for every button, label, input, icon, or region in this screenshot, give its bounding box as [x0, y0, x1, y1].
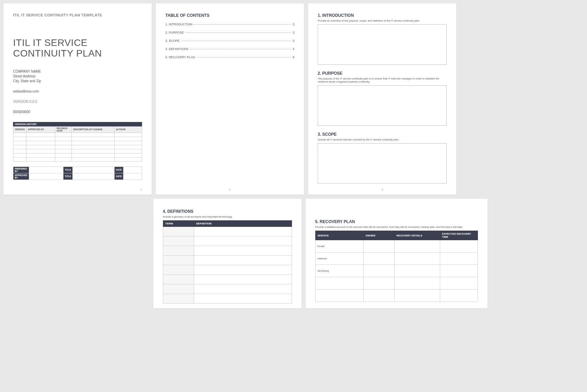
def-cell[interactable]: [194, 294, 292, 304]
term-cell[interactable]: [163, 256, 194, 265]
section-title-definitions: 4. DEFINITIONS: [163, 209, 292, 214]
table-row: [163, 284, 292, 294]
toc-item-page: 3: [293, 31, 294, 34]
table-row: [163, 246, 292, 256]
term-cell[interactable]: [163, 227, 194, 236]
appr-by-val[interactable]: [29, 173, 63, 180]
owner-cell[interactable]: [363, 277, 394, 290]
def-cell[interactable]: [194, 284, 292, 294]
section-desc-intro: Provide an overview of the purpose, scop…: [318, 19, 447, 22]
dots: [196, 57, 291, 58]
scope-input[interactable]: [318, 143, 447, 184]
appr-by-label: APPROVED BY: [13, 173, 29, 180]
details-cell[interactable]: [394, 240, 440, 253]
prep-by-val[interactable]: [29, 167, 63, 173]
service-cell[interactable]: Archiving: [315, 265, 363, 277]
def-cell[interactable]: [194, 265, 292, 275]
term-cell[interactable]: [163, 275, 194, 284]
section-title-recovery: 5. RECOVERY PLAN: [315, 219, 478, 224]
time-cell[interactable]: [440, 240, 478, 253]
owner-cell[interactable]: [363, 290, 394, 302]
toc-row: 2. PURPOSE3: [165, 31, 294, 34]
table-row: [163, 294, 292, 304]
service-cell[interactable]: Internet: [315, 253, 363, 265]
purpose-input[interactable]: [318, 85, 447, 126]
page-3: 1. INTRODUCTION Provide an overview of t…: [308, 3, 456, 195]
details-cell[interactable]: [394, 290, 440, 302]
time-cell[interactable]: [440, 277, 478, 290]
table-row: PREPARED BY TITLE DATE: [13, 167, 142, 173]
bottom-row: 4. DEFINITIONS Include a glossary of all…: [3, 199, 584, 308]
table-row: [163, 275, 292, 284]
time-cell[interactable]: [440, 290, 478, 302]
service-cell[interactable]: [315, 290, 363, 302]
dots: [190, 49, 291, 49]
vh-h-approved: APPROVED BY: [26, 126, 55, 133]
dots: [181, 41, 291, 41]
def-cell[interactable]: [194, 275, 292, 284]
section-desc-purpose: The purpose of the IT service continuity…: [318, 77, 447, 83]
service-cell[interactable]: [315, 277, 363, 290]
date-val2[interactable]: [124, 173, 142, 180]
web: webaddress.com: [13, 89, 142, 94]
def-cell[interactable]: [194, 236, 292, 246]
vh-h-desc: DESCRIPTION OF CHANGE: [72, 126, 115, 133]
page-1: ITIL IT SERVICE CONTINUITY PLAN TEMPLATE…: [3, 3, 152, 195]
section-title-scope: 3. SCOPE: [318, 132, 447, 137]
time-cell[interactable]: [440, 253, 478, 265]
toc-row: 5. RECOVERY PLAN5: [165, 56, 294, 59]
page-2: TABLE OF CONTENTS 1. INTRODUCTION3 2. PU…: [156, 3, 304, 195]
title-val2[interactable]: [73, 173, 115, 180]
details-cell[interactable]: [394, 265, 440, 277]
table-row: Archiving: [315, 265, 478, 277]
rec-h-service: SERVICE: [315, 231, 363, 240]
recovery-table: SERVICE OWNER RECOVERY DETAILS EXPECTED …: [315, 231, 478, 302]
table-row: [315, 290, 478, 302]
page-4: 4. DEFINITIONS Include a glossary of all…: [153, 199, 302, 308]
version-history-table: VERSION HISTORY VERSION APPROVED BY REVI…: [13, 122, 142, 162]
table-row: Email: [315, 240, 478, 253]
definitions-table: TERM DEFINITION: [163, 220, 292, 304]
table-row: APPROVED BY TITLE DATE: [13, 173, 142, 180]
def-cell[interactable]: [194, 256, 292, 265]
details-cell[interactable]: [394, 253, 440, 265]
service-cell[interactable]: Email: [315, 240, 363, 253]
intro-input[interactable]: [318, 24, 447, 65]
vh-h-revdate: REVISION DATE: [55, 126, 72, 133]
def-h-term: TERM: [163, 221, 194, 227]
page-5: 5. RECOVERY PLAN Provide a detailed acco…: [306, 199, 488, 308]
toc-item-label: 5. RECOVERY PLAN: [165, 56, 195, 59]
vh-h-version: VERSION: [13, 126, 26, 133]
prep-by-label: PREPARED BY: [13, 167, 29, 173]
version: VERSION 0.0.0: [13, 99, 142, 104]
toc-title: TABLE OF CONTENTS: [165, 13, 294, 18]
owner-cell[interactable]: [363, 253, 394, 265]
version-history: VERSION HISTORY VERSION APPROVED BY REVI…: [13, 122, 142, 180]
title-label: TITLE: [63, 167, 73, 173]
term-cell[interactable]: [163, 284, 194, 294]
template-header: ITIL IT SERVICE CONTINUITY PLAN TEMPLATE: [13, 13, 142, 17]
term-cell[interactable]: [163, 236, 194, 246]
table-row: [163, 256, 292, 265]
table-row: Internet: [315, 253, 478, 265]
doc-title-line2: CONTINUITY PLAN: [13, 48, 102, 59]
def-cell[interactable]: [194, 246, 292, 256]
toc-item-label: 4. DEFINITIONS: [165, 47, 188, 51]
section-desc-recovery: Provide a detailed account of the servic…: [315, 225, 478, 229]
def-cell[interactable]: [194, 227, 292, 236]
title-val[interactable]: [73, 167, 115, 173]
date-val[interactable]: [124, 167, 142, 173]
term-cell[interactable]: [163, 246, 194, 256]
page-num: 1: [141, 188, 142, 191]
doc-date: 00/00/0000: [13, 110, 142, 114]
table-row: [163, 265, 292, 275]
owner-cell[interactable]: [363, 240, 394, 253]
city-zip: City, State and Zip: [13, 79, 142, 84]
term-cell[interactable]: [163, 294, 194, 304]
owner-cell[interactable]: [363, 265, 394, 277]
time-cell[interactable]: [440, 265, 478, 277]
def-h-definition: DEFINITION: [194, 221, 292, 227]
company-info: COMPANY NAME Street Address City, State …: [13, 69, 142, 114]
details-cell[interactable]: [394, 277, 440, 290]
term-cell[interactable]: [163, 265, 194, 275]
